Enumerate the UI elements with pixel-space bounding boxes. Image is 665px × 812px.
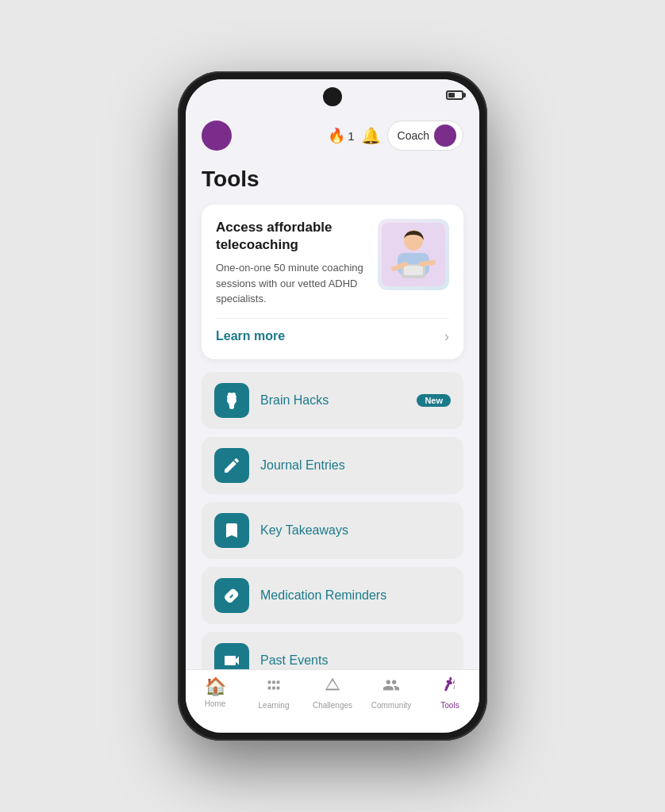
coaching-card-text: Access affordable telecoaching One-on-on… (216, 219, 368, 307)
status-bar (186, 79, 479, 114)
challenges-nav-label: Challenges (313, 701, 352, 710)
coach-avatar (434, 124, 456, 147)
pill-icon (222, 586, 241, 605)
new-badge: New (417, 394, 451, 407)
home-nav-icon: 🏠 (205, 676, 226, 697)
tool-item-past-events[interactable]: Past Events (202, 632, 463, 669)
user-avatar[interactable] (202, 121, 232, 151)
coach-button[interactable]: Coach (387, 121, 463, 151)
community-nav-label: Community (371, 701, 412, 710)
coaching-card: Access affordable telecoaching One-on-on… (202, 205, 463, 359)
journal-entries-icon-wrap (214, 448, 249, 483)
key-takeaways-label: Key Takeaways (260, 523, 348, 538)
bookmark-icon (222, 521, 241, 540)
nav-item-challenges[interactable]: Challenges (303, 676, 362, 710)
coaching-card-desc: One-on-one 50 minute coaching sessions w… (216, 260, 368, 307)
nav-item-community[interactable]: Community (362, 676, 421, 710)
tool-list: Brain Hacks New Journal Entries (202, 372, 463, 669)
nav-item-learning[interactable]: Learning (244, 676, 303, 710)
coach-label: Coach (398, 129, 429, 142)
learning-nav-icon (265, 676, 283, 699)
battery-icon (446, 90, 463, 100)
medication-reminders-label: Medication Reminders (260, 588, 386, 603)
community-nav-icon (382, 676, 400, 699)
bottom-nav: 🏠 Home Learning Challenges Communit (186, 669, 479, 733)
svg-rect-4 (404, 266, 423, 275)
header-right: 🔥 1 🔔 Coach (328, 121, 463, 151)
learn-more-row: Learn more › (216, 318, 449, 345)
header-left (202, 121, 232, 151)
flame-icon: 🔥 (328, 127, 345, 144)
svg-line-6 (421, 262, 433, 264)
page-title: Tools (202, 167, 463, 192)
camera-notch (323, 87, 342, 106)
tools-nav-label: Tools (440, 701, 459, 710)
journal-entries-label: Journal Entries (260, 458, 345, 473)
chevron-right-icon: › (444, 328, 449, 345)
nav-item-tools[interactable]: Tools (421, 676, 479, 710)
tool-item-brain-hacks[interactable]: Brain Hacks New (202, 372, 463, 429)
streak-badge: 🔥 1 (328, 127, 354, 144)
past-events-icon-wrap (214, 643, 249, 669)
brain-icon (222, 391, 241, 410)
coaching-card-top: Access affordable telecoaching One-on-on… (216, 219, 449, 307)
tools-nav-icon (441, 676, 459, 699)
phone-screen: 🔥 1 🔔 Coach Tools Access affordable (186, 79, 479, 733)
person-illustration (382, 223, 445, 286)
bell-icon[interactable]: 🔔 (361, 126, 381, 145)
key-takeaways-icon-wrap (214, 513, 249, 548)
learn-more-link[interactable]: Learn more (216, 329, 285, 343)
tool-item-medication-reminders[interactable]: Medication Reminders (202, 567, 463, 624)
app-content: Tools Access affordable telecoaching One… (186, 160, 479, 669)
phone-frame: 🔥 1 🔔 Coach Tools Access affordable (178, 71, 487, 741)
past-events-label: Past Events (260, 653, 328, 668)
brain-hacks-label: Brain Hacks (260, 393, 329, 408)
medication-reminders-icon-wrap (214, 578, 249, 613)
nav-item-home[interactable]: 🏠 Home (186, 676, 244, 708)
app-header: 🔥 1 🔔 Coach (186, 114, 479, 160)
learning-nav-label: Learning (259, 701, 290, 710)
tool-item-journal-entries[interactable]: Journal Entries (202, 437, 463, 494)
coaching-card-image (378, 219, 449, 290)
scroll-area: Tools Access affordable telecoaching One… (186, 160, 479, 669)
brain-hacks-icon-wrap (214, 383, 249, 418)
pencil-icon (222, 456, 241, 475)
challenges-nav-icon (324, 676, 341, 699)
video-icon (222, 651, 241, 669)
home-nav-label: Home (205, 699, 226, 708)
streak-count: 1 (348, 129, 354, 143)
coaching-card-title: Access affordable telecoaching (216, 219, 368, 254)
tool-item-key-takeaways[interactable]: Key Takeaways (202, 502, 463, 559)
